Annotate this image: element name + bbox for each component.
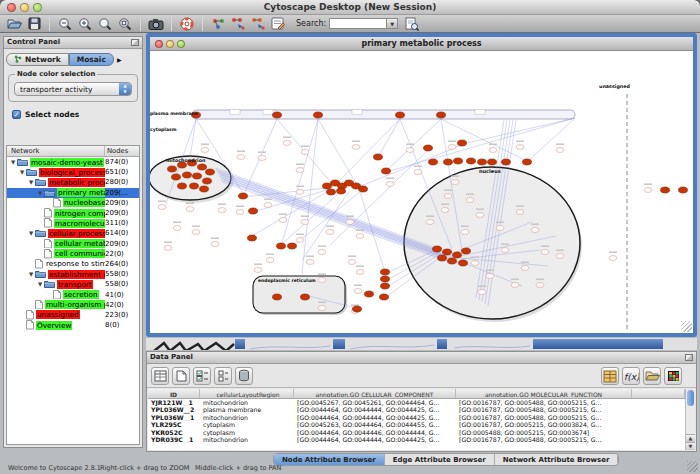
network-canvas[interactable]: plasma membrane cytoplasm mitochondrion … xyxy=(150,51,693,333)
import-table-button[interactable] xyxy=(601,367,619,385)
scroll-up-icon[interactable]: ▲ xyxy=(686,434,695,442)
selected-transporter-node[interactable] xyxy=(459,260,468,266)
go-term-node[interactable] xyxy=(451,180,459,185)
tree-header-network[interactable]: Network xyxy=(7,146,105,156)
column-header[interactable]: annotation.GO MOLECULAR_FUNCTION xyxy=(456,389,632,398)
edge[interactable] xyxy=(334,119,400,186)
selected-transporter-node[interactable] xyxy=(198,164,207,170)
delete-attribute-button[interactable] xyxy=(235,367,253,385)
go-term-node[interactable] xyxy=(516,210,524,215)
selected-transporter-node[interactable] xyxy=(249,208,258,214)
tree-row[interactable]: unassigned223(0) xyxy=(7,310,139,320)
tree-row[interactable]: nitrogen compo209(0) xyxy=(7,208,139,218)
selected-transporter-node[interactable] xyxy=(301,294,310,300)
expander-icon[interactable]: ▼ xyxy=(27,271,35,277)
edge[interactable] xyxy=(302,190,350,260)
selected-transporter-node[interactable] xyxy=(178,183,187,189)
go-term-node[interactable] xyxy=(444,194,452,199)
selected-transporter-node[interactable] xyxy=(374,154,383,160)
expander-icon[interactable]: ▼ xyxy=(27,230,35,236)
go-term-node[interactable] xyxy=(318,278,326,283)
selected-transporter-node[interactable] xyxy=(288,243,297,249)
tree-row[interactable]: macromolecule311(0) xyxy=(7,218,139,228)
selected-transporter-node[interactable] xyxy=(467,158,476,164)
table-row[interactable]: YDR039C__1mitochondrion[GO:0044464, GO:0… xyxy=(148,436,685,443)
table-row[interactable]: YPL036W__2plasma membrane[GO:0044464, GO… xyxy=(148,406,685,413)
selected-transporter-node[interactable] xyxy=(433,246,442,252)
toolbar-snapshot-button[interactable] xyxy=(148,16,164,32)
tree-row[interactable]: secretion41(0) xyxy=(7,289,139,299)
go-term-node[interactable] xyxy=(306,260,314,265)
selected-transporter-node[interactable] xyxy=(478,159,487,165)
select-nodes-checkbox[interactable]: ✓ xyxy=(12,110,21,119)
go-term-node[interactable] xyxy=(426,220,434,225)
selected-transporter-node[interactable] xyxy=(502,159,511,165)
tab-overflow-icon[interactable]: ▶ xyxy=(117,56,122,63)
float-panel-icon[interactable] xyxy=(131,39,139,46)
table-scrollbar[interactable]: ▲ ▼ xyxy=(685,389,695,450)
selected-transporter-node[interactable] xyxy=(248,235,257,241)
go-term-node[interactable] xyxy=(501,248,509,253)
go-term-node[interactable] xyxy=(466,198,474,203)
tab-mosaic[interactable]: Mosaic xyxy=(69,53,114,66)
selected-transporter-node[interactable] xyxy=(337,188,346,194)
toolbar-help-button[interactable] xyxy=(179,16,195,32)
selected-transporter-node[interactable] xyxy=(437,112,446,118)
edge[interactable] xyxy=(318,119,356,183)
tree-row[interactable]: ▼cellular process614(0) xyxy=(7,228,139,238)
tree-header-nodes[interactable]: Nodes xyxy=(105,146,139,156)
tree-row[interactable]: ▼mosaic-demo-yeast874(0) xyxy=(7,157,139,167)
toolbar-open-file-button[interactable] xyxy=(6,16,22,32)
selected-transporter-node[interactable] xyxy=(193,173,202,179)
go-term-node[interactable] xyxy=(266,258,274,263)
go-term-node[interactable] xyxy=(414,170,422,175)
go-term-node[interactable] xyxy=(301,220,309,225)
tree-row[interactable]: ▼primary metabo209(... xyxy=(7,188,139,198)
network-resize-grip[interactable] xyxy=(681,321,692,332)
background-window-titlebar[interactable] xyxy=(533,339,663,349)
go-term-node[interactable] xyxy=(556,148,564,153)
go-term-node[interactable] xyxy=(201,148,209,153)
table-row[interactable]: YPL036W__1mitochondrion[GO:0044464, GO:0… xyxy=(148,414,685,421)
toolbar-expand-selection-button[interactable] xyxy=(250,16,266,32)
selected-transporter-node[interactable] xyxy=(679,187,688,193)
go-term-node[interactable] xyxy=(386,182,394,187)
go-term-node[interactable] xyxy=(218,208,226,213)
tree-row[interactable]: ▼transport558(0) xyxy=(7,279,139,289)
membrane-go-node[interactable] xyxy=(352,110,362,115)
color-matrix-button[interactable] xyxy=(664,367,682,385)
go-term-node[interactable] xyxy=(536,283,544,288)
selected-transporter-node[interactable] xyxy=(239,193,248,199)
column-header[interactable]: ID xyxy=(148,389,200,398)
advanced-search-icon[interactable] xyxy=(404,16,420,32)
go-term-node[interactable] xyxy=(511,283,519,288)
selected-transporter-node[interactable] xyxy=(206,169,215,175)
selected-transporter-node[interactable] xyxy=(443,249,452,255)
formula-builder-button[interactable]: f(x) xyxy=(622,367,640,385)
expander-icon[interactable]: ▼ xyxy=(27,179,35,185)
toolbar-zoom-selected-region-button[interactable] xyxy=(97,16,113,32)
open-attribute-file-button[interactable] xyxy=(643,367,661,385)
go-term-node[interactable] xyxy=(158,205,166,210)
go-term-node[interactable] xyxy=(441,208,449,213)
window-resize-grip[interactable] xyxy=(687,461,698,472)
tab-network[interactable]: Network xyxy=(6,53,69,66)
go-term-node[interactable] xyxy=(164,246,172,251)
column-header[interactable]: _cellularLayoutRegion xyxy=(200,389,294,398)
selected-transporter-node[interactable] xyxy=(453,252,462,258)
column-header[interactable]: annotation.GO CELLULAR_COMPONENT xyxy=(294,389,456,398)
expander-icon[interactable]: ▼ xyxy=(36,281,44,287)
tree-row[interactable]: cellular metabo209(0) xyxy=(7,239,139,249)
attribute-layout-button[interactable] xyxy=(214,367,232,385)
selected-transporter-node[interactable] xyxy=(381,283,390,289)
select-attributes-button[interactable] xyxy=(193,367,211,385)
go-term-node[interactable] xyxy=(301,150,309,155)
go-term-node[interactable] xyxy=(352,145,360,150)
go-term-node[interactable] xyxy=(541,250,549,255)
selected-transporter-node[interactable] xyxy=(172,174,181,180)
go-term-node[interactable] xyxy=(254,268,262,273)
selected-transporter-node[interactable] xyxy=(661,187,670,193)
expander-icon[interactable]: ▼ xyxy=(18,169,26,175)
go-term-node[interactable] xyxy=(516,145,524,150)
toolbar-edit-annotation-button[interactable] xyxy=(270,16,286,32)
